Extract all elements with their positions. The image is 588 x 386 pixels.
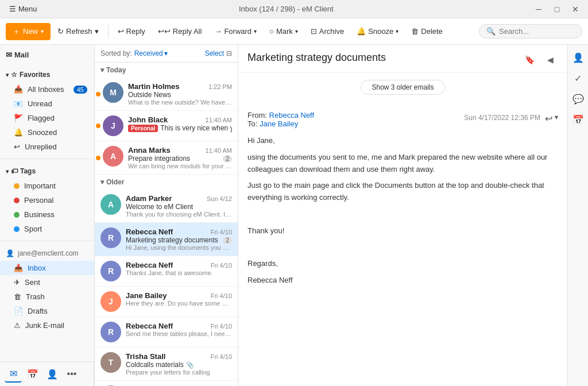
inbox-icon: 📥	[14, 264, 23, 272]
drafts-icon: 📄	[14, 307, 23, 315]
email-item-selected[interactable]: R Rebecca Neff Fri 4/10 Marketing strate…	[95, 223, 238, 256]
chevron-down-icon: ▾	[6, 72, 9, 78]
sidebar-item-all-inboxes[interactable]: 📥 All Inboxes 45	[0, 82, 94, 96]
refresh-button[interactable]: ↻ Refresh ▾	[52, 24, 105, 39]
select-button[interactable]: Select	[205, 49, 224, 57]
unreplied-icon: ↩	[14, 142, 20, 151]
sort-field[interactable]: Received ▾	[134, 49, 168, 57]
calendar-right-icon[interactable]: 📅	[570, 111, 586, 128]
filter-icon[interactable]: ⊟	[226, 49, 232, 57]
forward-icon: →	[214, 27, 222, 36]
sidebar-item-drafts[interactable]: 📄 Drafts	[0, 304, 94, 318]
reply-all-button[interactable]: ↩↩ Reply All	[152, 24, 208, 39]
to-link[interactable]: Jane Bailey	[260, 119, 298, 128]
delete-icon: 🗑	[411, 27, 419, 36]
bookmark-icon: 🔖	[525, 55, 535, 64]
sidebar-item-trash[interactable]: 🗑 Trash	[0, 290, 94, 304]
maximize-button[interactable]: □	[549, 1, 565, 17]
tag-icon: 🏷	[11, 167, 18, 175]
trash-icon: 🗑	[14, 292, 21, 301]
archive-icon: ⊡	[311, 27, 317, 36]
new-button[interactable]: ＋ New ▾	[6, 23, 51, 40]
nav-mail-icon[interactable]: ✉	[5, 365, 22, 383]
email-item[interactable]: P Paul Stock Thu 4/9 Code review - stack…	[95, 381, 238, 386]
email-item[interactable]: A Anna Marks 11:40 AM Prepare integratio…	[95, 141, 238, 175]
collapse-pane-button[interactable]: ◀	[542, 52, 558, 68]
check-right-icon[interactable]: ✓	[570, 70, 586, 86]
mark-dropdown-icon: ▾	[295, 28, 298, 34]
bookmark-icon-btn[interactable]: 🔖	[521, 52, 537, 68]
email-item[interactable]: T Trisha Stall Fri 4/10 Coldcalls materi…	[95, 348, 238, 381]
snooze-button[interactable]: 🔔 Snooze ▾	[351, 24, 404, 39]
chevron-older-icon: ▾	[100, 178, 104, 186]
reading-subject: Marketing strategy documents	[247, 52, 386, 64]
menu-button[interactable]: ☰ Menu	[5, 2, 42, 16]
account-header[interactable]: 👤 jane@emclient.com	[0, 246, 94, 261]
search-box: 🔍	[479, 24, 582, 38]
plus-icon: ＋	[13, 26, 20, 37]
snoozed-icon: 🔔	[14, 128, 23, 137]
all-inboxes-badge: 45	[74, 86, 87, 94]
forward-dropdown-icon: ▾	[254, 28, 257, 34]
refresh-icon: ↻	[57, 27, 64, 36]
email-item[interactable]: M Martin Holmes 1:22 PM Outside News Wha…	[95, 78, 238, 111]
sidebar-item-inbox[interactable]: 📥 Inbox	[0, 261, 94, 275]
email-item[interactable]: J Jane Bailey Fri 4/10 Here they are. Do…	[95, 287, 238, 317]
sidebar-item-junk[interactable]: ⚠ Junk E-mail	[0, 318, 94, 333]
older-section-label[interactable]: ▾ Older	[95, 175, 238, 190]
window-title: Inbox (124 / 298) - eM Client	[42, 5, 531, 13]
reply-all-icon: ↩↩	[158, 27, 171, 36]
flag-icon: 🚩	[14, 114, 23, 122]
reply-button[interactable]: ↩ Reply	[112, 24, 151, 39]
sidebar-item-unreplied[interactable]: ↩ Unreplied	[0, 140, 94, 154]
forward-button[interactable]: → Forward ▾	[208, 24, 262, 39]
archive-button[interactable]: ⊡ Archive	[305, 24, 350, 39]
minimize-button[interactable]: ─	[531, 1, 547, 17]
mail-section-header: ✉ Mail	[0, 47, 94, 63]
from-link[interactable]: Rebecca Neff	[269, 111, 315, 119]
mail-icon: ✉	[6, 51, 12, 59]
nav-calendar-icon[interactable]: 📅	[24, 365, 41, 383]
favorites-header[interactable]: ▾ ☆ Favorites	[0, 67, 94, 82]
reply-icon: ↩	[118, 27, 124, 36]
email-item[interactable]: A Adam Parker Sun 4/12 Welcome to eM Cli…	[95, 190, 238, 223]
reply-expand-icon[interactable]: ▾	[555, 113, 558, 124]
sidebar-item-unread[interactable]: 📧 Unread	[0, 96, 94, 111]
attach-icon: 📎	[186, 361, 194, 369]
message-date: Sun 4/17/2022 12:36 PM	[464, 114, 540, 122]
star-icon: ☆	[11, 71, 17, 79]
sidebar-tag-business[interactable]: Business	[0, 207, 94, 222]
search-input[interactable]	[499, 27, 575, 36]
contacts-right-icon[interactable]: 👤	[570, 49, 586, 65]
chevron-left-icon: ◀	[547, 55, 554, 64]
email-list-header: Sorted by: Received ▾ Select ⊟	[95, 45, 238, 63]
menu-icon: ☰	[9, 5, 16, 13]
sidebar-item-flagged[interactable]: 🚩 Flagged	[0, 111, 94, 125]
today-section-label[interactable]: ▾ Today	[95, 63, 238, 78]
chat-right-icon[interactable]: 💬	[570, 91, 586, 107]
refresh-dropdown-icon: ▾	[95, 27, 99, 36]
sidebar-tag-important[interactable]: Important	[0, 179, 94, 193]
email-item[interactable]: R Rebecca Neff Fri 4/10 Send me these ta…	[95, 317, 238, 348]
chevron-today-icon: ▾	[100, 66, 104, 74]
junk-icon: ⚠	[14, 321, 21, 330]
sidebar-item-snoozed[interactable]: 🔔 Snoozed	[0, 125, 94, 140]
email-item[interactable]: R Rebecca Neff Fri 4/10 Thanks Jane, tha…	[95, 256, 238, 287]
mark-icon: ○	[269, 27, 274, 36]
delete-button[interactable]: 🗑 Delete	[405, 24, 448, 39]
sidebar-item-sent[interactable]: ✈ Sent	[0, 275, 94, 290]
show-older-button[interactable]: Show 3 older emails	[361, 80, 444, 95]
email-message: From: Rebecca Neff To: Jane Bailey Sun 4…	[247, 104, 558, 298]
nav-contacts-icon[interactable]: 👤	[44, 365, 61, 383]
close-button[interactable]: ✕	[567, 1, 583, 17]
reply-message-icon[interactable]: ↩	[545, 113, 552, 124]
message-to: To: Jane Bailey	[247, 119, 314, 128]
tags-header[interactable]: ▾ 🏷 Tags	[0, 164, 94, 179]
message-body: Hi Jane, using the documents you sent to…	[247, 135, 558, 287]
nav-more-icon[interactable]: •••	[63, 365, 80, 383]
email-item[interactable]: J John Black 11:40 AM Personal This is v…	[95, 111, 238, 141]
mark-button[interactable]: ○ Mark ▾	[264, 24, 304, 39]
unread-icon: 📧	[14, 99, 23, 108]
sidebar-tag-personal[interactable]: Personal	[0, 193, 94, 207]
sidebar-tag-sport[interactable]: Sport	[0, 222, 94, 236]
